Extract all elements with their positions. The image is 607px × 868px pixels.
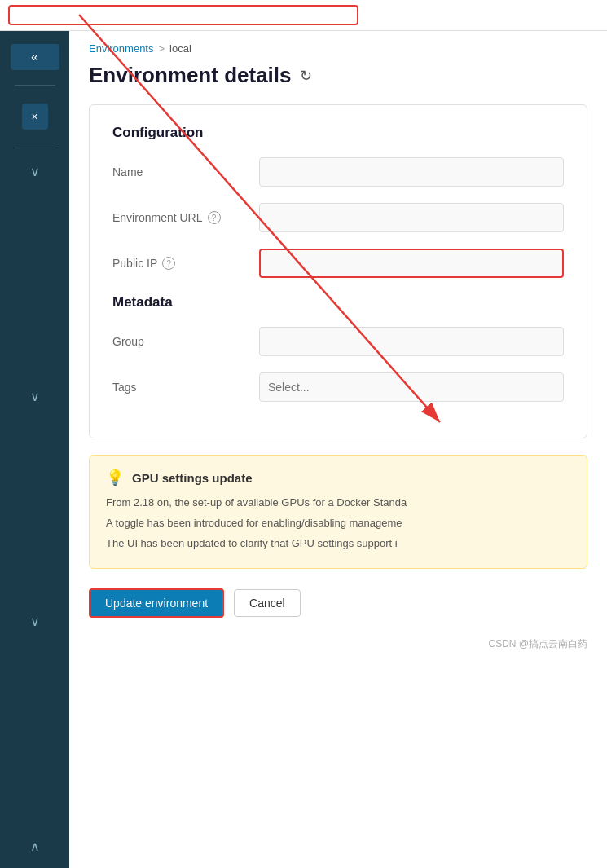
address-bar: 192.168.152.129:9000/#!/endpoints/2?redi… [0,0,607,31]
notice-box: 💡 GPU settings update From 2.18 on, the … [89,455,587,569]
group-label: Group [112,335,259,348]
sidebar-mid-group: × [0,95,69,138]
sidebar-top-group: « [0,39,69,75]
app-layout: « × ∨ ∨ ∨ ∧ Environments [0,31,607,868]
sidebar-chevron-down-1[interactable]: ∨ [11,158,59,184]
address-input[interactable]: 192.168.152.129:9000/#!/endpoints/2?redi… [8,5,358,25]
chevron-up-icon: ∧ [30,839,40,854]
sidebar: « × ∨ ∨ ∨ ∧ [0,31,69,868]
sidebar-close-button[interactable]: × [22,104,48,130]
breadcrumb-environments-link[interactable]: Environments [89,42,153,55]
refresh-icon[interactable]: ↻ [300,67,312,85]
public-ip-label: Public IP ? [112,257,259,270]
watermark: CSDN @搞点云南白药 [69,634,607,661]
sidebar-collapse-button[interactable]: « [11,44,59,70]
notice-bulb-icon: 💡 [106,469,124,487]
env-url-form-row: Environment URL ? /var/run/docker.sock [112,203,564,232]
page-title: Environment details [89,63,292,88]
notice-line-2: A toggle has been introduced for enablin… [106,515,570,532]
name-label: Name [112,165,259,178]
sidebar-chevron-down-2[interactable]: ∨ [11,383,59,409]
sidebar-divider-2 [15,148,55,148]
main-content: Environments > local Environment details… [69,31,607,868]
action-buttons: Update environment Cancel [69,588,607,634]
sidebar-chevron-up-1[interactable]: ∧ [11,834,59,860]
name-input[interactable]: local [259,157,564,187]
configuration-heading: Configuration [112,125,564,141]
update-environment-button[interactable]: Update environment [89,588,224,618]
group-input[interactable]: Unassigned [259,327,564,356]
cancel-button[interactable]: Cancel [234,589,301,617]
notice-line-1: From 2.18 on, the set-up of available GP… [106,495,570,512]
tags-label: Tags [112,381,259,394]
breadcrumb-current: local [169,42,191,55]
public-ip-help-icon[interactable]: ? [162,257,175,270]
configuration-card: Configuration Name local Environment URL… [89,104,587,438]
env-url-label: Environment URL ? [112,211,259,224]
name-form-row: Name local [112,157,564,187]
chevron-down-icon-3: ∨ [30,614,40,629]
page-title-area: Environment details ↻ [69,59,607,104]
public-ip-form-row: Public IP ? 192.168.152.129 [112,249,564,278]
notice-line-3: The UI has been updated to clarify that … [106,535,570,553]
env-url-help-icon[interactable]: ? [208,211,221,224]
tags-form-row: Tags [112,372,564,402]
env-url-input[interactable]: /var/run/docker.sock [259,203,564,232]
sidebar-chevron-down-3[interactable]: ∨ [11,609,59,635]
metadata-heading: Metadata [112,294,564,311]
breadcrumb-separator: > [158,42,165,55]
group-form-row: Group Unassigned [112,327,564,356]
chevron-down-icon-2: ∨ [30,389,40,404]
close-icon: × [31,110,37,123]
sidebar-divider-1 [15,85,55,86]
public-ip-input[interactable]: 192.168.152.129 [259,249,564,278]
chevron-down-icon: ∨ [30,164,40,179]
notice-title: GPU settings update [132,471,253,485]
notice-header: 💡 GPU settings update [106,469,570,487]
metadata-section: Metadata Group Unassigned Tags [112,294,564,402]
breadcrumb: Environments > local [69,31,607,59]
collapse-icon: « [31,50,38,64]
tags-input[interactable] [259,372,564,402]
